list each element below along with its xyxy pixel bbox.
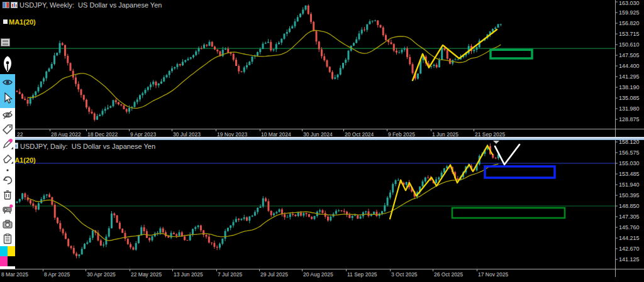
daily-zone-rect (485, 166, 555, 178)
pane-splitter[interactable] (0, 137, 644, 140)
candle-chart-icon (11, 2, 18, 8)
svg-text:7 Jul 2025: 7 Jul 2025 (218, 271, 242, 278)
hide-annotations-button[interactable] (0, 108, 15, 122)
size-dot-button[interactable] (0, 166, 15, 173)
svg-text:153.715: 153.715 (619, 31, 640, 37)
svg-text:153.485: 153.485 (619, 171, 640, 177)
clipboard-button[interactable] (0, 232, 15, 246)
color-palette (0, 246, 15, 266)
pen-tool-button[interactable] (1, 55, 14, 73)
svg-text:141.295: 141.295 (619, 73, 640, 80)
toolbar-panel (0, 74, 15, 269)
svg-text:163.030: 163.030 (619, 0, 640, 6)
svg-text:3 Oct 2025: 3 Oct 2025 (391, 271, 418, 278)
color-swatch-magenta[interactable] (0, 256, 8, 266)
svg-text:144.215: 144.215 (619, 235, 640, 241)
svg-text:151.940: 151.940 (619, 182, 640, 188)
trash-icon (2, 189, 13, 200)
svg-text:8 Apr 2025: 8 Apr 2025 (44, 271, 70, 278)
svg-text:150.395: 150.395 (619, 192, 640, 198)
svg-text:147.305: 147.305 (619, 214, 640, 220)
pen-icon (1, 55, 14, 73)
ma-legend-checkbox[interactable] (3, 19, 8, 24)
chart-window-icon (3, 2, 9, 8)
undo-icon (2, 175, 13, 186)
svg-text:155.030: 155.030 (619, 160, 640, 166)
cursor-icon (2, 92, 13, 104)
svg-text:144.400: 144.400 (619, 63, 640, 69)
weekly-chart-title: USDJPY, Weekly: US Dollar vs Japanese Ye… (19, 1, 162, 9)
eraser-icon (2, 153, 13, 164)
svg-text:156.820: 156.820 (619, 20, 640, 26)
pencil-tool-button[interactable] (0, 137, 15, 151)
svg-text:128.875: 128.875 (619, 116, 640, 122)
svg-text:26 Oct 2025: 26 Oct 2025 (434, 271, 464, 278)
svg-text:30 Apr 2025: 30 Apr 2025 (87, 271, 116, 278)
charts-canvas[interactable]: 163.030159.925156.820153.715150.610147.5… (0, 0, 644, 282)
svg-text:156.575: 156.575 (619, 149, 640, 156)
svg-text:17 Nov 2025: 17 Nov 2025 (478, 271, 508, 278)
show-hide-button[interactable] (0, 75, 15, 90)
eye-icon (2, 77, 13, 88)
weekly-zigzag (413, 30, 497, 80)
daily-chart-title: USDJPY, Daily: US Dollar vs Japanese Yen (20, 143, 155, 150)
eye-off-icon (2, 109, 13, 121)
clear-all-button[interactable] (0, 188, 15, 202)
projector-icon (2, 203, 13, 215)
svg-text:148.850: 148.850 (619, 203, 640, 209)
svg-text:11 Sep 2025: 11 Sep 2025 (347, 271, 377, 278)
svg-text:142.670: 142.670 (619, 246, 640, 252)
svg-text:145.760: 145.760 (619, 224, 640, 230)
weekly-candles (16, 4, 502, 121)
screen-tool-button[interactable] (0, 202, 15, 217)
svg-text:22 May 2025: 22 May 2025 (131, 271, 162, 278)
camera-icon (2, 219, 13, 230)
weekly-zone-rect (491, 50, 532, 58)
svg-text:20 Aug 2025: 20 Aug 2025 (303, 271, 333, 278)
daily-zone-rect (452, 208, 565, 218)
svg-text:135.085: 135.085 (619, 95, 640, 101)
tag-icon (2, 124, 13, 135)
svg-text:141.125: 141.125 (619, 256, 640, 263)
pencil-icon (2, 138, 13, 149)
screenshot-button[interactable] (0, 217, 15, 232)
color-swatch-cyan[interactable] (0, 246, 8, 256)
clipboard-icon (2, 233, 13, 244)
mt4-window: 163.030159.925156.820153.715150.610147.5… (0, 0, 644, 282)
color-swatch-yellow[interactable] (8, 246, 15, 256)
svg-text:150.610: 150.610 (619, 41, 640, 48)
cursor-tool-button[interactable] (0, 91, 15, 106)
tag-tool-button[interactable] (0, 122, 15, 137)
svg-text:138.190: 138.190 (619, 84, 640, 90)
weekly-ma-label: MA1(20) (9, 18, 36, 26)
svg-text:13 Jun 2025: 13 Jun 2025 (174, 271, 203, 278)
daily-candles (16, 143, 499, 258)
toolbar-handle[interactable] (1, 38, 10, 46)
svg-text:147.505: 147.505 (619, 52, 640, 58)
undo-button[interactable] (0, 173, 15, 188)
color-swatch-black[interactable] (8, 256, 15, 266)
svg-text:8 Mar 2025: 8 Mar 2025 (1, 271, 28, 278)
daily-projection-arrow (495, 144, 519, 165)
svg-text:131.980: 131.980 (619, 106, 640, 112)
dot-icon (2, 167, 13, 173)
svg-text:29 Jul 2025: 29 Jul 2025 (260, 271, 288, 278)
daily-shift-marker (493, 141, 499, 144)
eraser-tool-button[interactable] (0, 151, 15, 166)
svg-text:159.925: 159.925 (619, 9, 640, 16)
